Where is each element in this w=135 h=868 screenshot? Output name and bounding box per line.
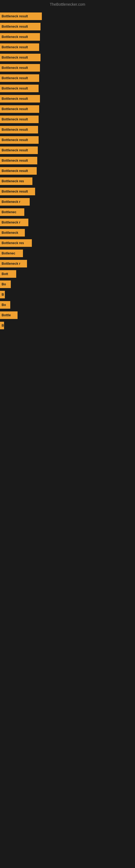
bar-row: Bottleneck res [0, 176, 135, 186]
bottleneck-bar: Bottleneck result [0, 12, 42, 20]
bottleneck-bar: Bottleneck result [0, 74, 39, 82]
bottleneck-bar: Bottleneck result [0, 126, 38, 133]
bar-label: Bottleneck result [2, 107, 28, 111]
bar-label: Bottleneck result [2, 97, 28, 101]
bar-label: B [2, 323, 4, 328]
bar-row: Bottleneck [0, 228, 135, 238]
bottleneck-bar: Bo [0, 301, 10, 309]
bar-label: Bottleneck [2, 231, 18, 235]
bar-label: Bottleneck result [2, 56, 28, 59]
bar-row: Bottleneck result [0, 135, 135, 145]
bottleneck-bar: Bottlenec [0, 208, 24, 216]
bar-row: Bottleneck result [0, 32, 135, 42]
bar-row: B [0, 290, 135, 300]
bar-row: Bottleneck result [0, 187, 135, 196]
bottleneck-bar: Bottleneck [0, 229, 25, 237]
bottleneck-bar: Bottleneck res [0, 177, 32, 185]
bar-row: Bo [0, 300, 135, 310]
bar-label: Bottleneck result [2, 35, 28, 39]
bar-label: Bottleneck r [2, 200, 20, 204]
bar-row: Bottleneck result [0, 53, 135, 62]
bar-row: Bottleneck result [0, 42, 135, 52]
bar-row: Bottleneck result [0, 22, 135, 31]
bar-row: Bottleneck result [0, 166, 135, 176]
bar-label: Bottleneck result [2, 118, 28, 121]
bar-label: Bottleneck result [2, 66, 28, 70]
site-header: TheBottlenecker.com [0, 0, 135, 9]
bar-row: Bottleneck result [0, 156, 135, 165]
bar-row: Bottlenec [0, 207, 135, 217]
bottleneck-bar: Bottleneck result [0, 95, 40, 102]
bottleneck-bar: Bottleneck result [0, 167, 37, 175]
bar-label: Bottleneck result [2, 138, 28, 142]
bar-label: Bott [2, 272, 8, 276]
bar-label: Bo [2, 303, 6, 307]
bar-label: Bottleneck res [2, 241, 24, 245]
bars-container: Bottleneck resultBottleneck resultBottle… [0, 9, 135, 529]
bottleneck-bar: Bottleneck r [0, 219, 28, 226]
bottleneck-bar: Bottleneck result [0, 188, 35, 195]
bar-row: Bottleneck result [0, 145, 135, 155]
bar-row: Botlenec [0, 248, 135, 258]
bar-label: Bottleneck r [2, 220, 20, 224]
bar-label: Bottleneck result [2, 169, 28, 173]
bottleneck-bar: Bottleneck result [0, 157, 37, 164]
bar-label: Bottleneck result [2, 45, 28, 49]
bar-row: B [0, 321, 135, 330]
bar-row: Bottleneck r [0, 218, 135, 227]
bottleneck-bar: Bott [0, 270, 16, 278]
bar-row: Bottleneck result [0, 115, 135, 124]
bar-label: Bottleneck r [2, 262, 20, 266]
bottleneck-bar: Bottleneck result [0, 105, 39, 113]
bar-label: Bo [2, 282, 6, 286]
bar-row: Bottleneck result [0, 94, 135, 104]
bar-row: Bottleneck result [0, 104, 135, 114]
bar-row: Bottleneck result [0, 63, 135, 73]
bar-label: B [2, 293, 4, 297]
bar-label: Bottleneck result [2, 25, 28, 29]
bottleneck-bar: Bottleneck r [0, 260, 27, 268]
bottleneck-bar: Bottleneck result [0, 64, 40, 72]
bottleneck-bar: Bottleneck result [0, 147, 38, 154]
bar-label: Bottleneck result [2, 76, 28, 80]
bar-row: Bottleneck result [0, 73, 135, 83]
bar-label: Bottleneck result [2, 148, 28, 152]
bottleneck-bar: Bottleneck r [0, 198, 30, 206]
bar-row: Bottleneck result [0, 11, 135, 21]
bar-label: Bottle [2, 313, 11, 317]
bottleneck-bar: Bottleneck result [0, 43, 39, 51]
bottleneck-bar: Bottleneck result [0, 85, 39, 92]
bar-label: Bottleneck result [2, 14, 28, 18]
bar-row: Bottleneck r [0, 259, 135, 269]
bottleneck-bar: B [0, 291, 5, 299]
bar-row: Bottleneck r [0, 197, 135, 207]
bar-label: Bottleneck result [2, 87, 28, 90]
bottleneck-bar: Botlenec [0, 250, 23, 257]
bar-row: Bottleneck result [0, 84, 135, 93]
bar-label: Bottleneck result [2, 159, 28, 162]
bar-label: Botlenec [2, 251, 15, 255]
bar-row: Bottle [0, 310, 135, 320]
bar-label: Bottleneck result [2, 128, 28, 131]
bottleneck-bar: Bottleneck result [0, 116, 39, 123]
bar-label: Bottleneck res [2, 179, 24, 183]
site-title: TheBottlenecker.com [0, 0, 135, 9]
bottleneck-bar: Bottleneck res [0, 239, 32, 247]
bottleneck-bar: B [0, 322, 4, 329]
bottleneck-bar: Bottleneck result [0, 54, 41, 61]
bottleneck-bar: Bottleneck result [0, 136, 39, 144]
bar-row: Bottleneck result [0, 125, 135, 134]
bottleneck-bar: Bo [0, 280, 11, 288]
bar-label: Bottleneck result [2, 190, 28, 193]
bar-label: Bottlenec [2, 210, 16, 214]
bar-row: Bottleneck res [0, 238, 135, 248]
bar-row: Bo [0, 279, 135, 289]
bar-row: Bott [0, 269, 135, 279]
bottleneck-bar: Bottleneck result [0, 23, 41, 30]
bottleneck-bar: Bottle [0, 311, 17, 319]
bottleneck-bar: Bottleneck result [0, 33, 40, 41]
